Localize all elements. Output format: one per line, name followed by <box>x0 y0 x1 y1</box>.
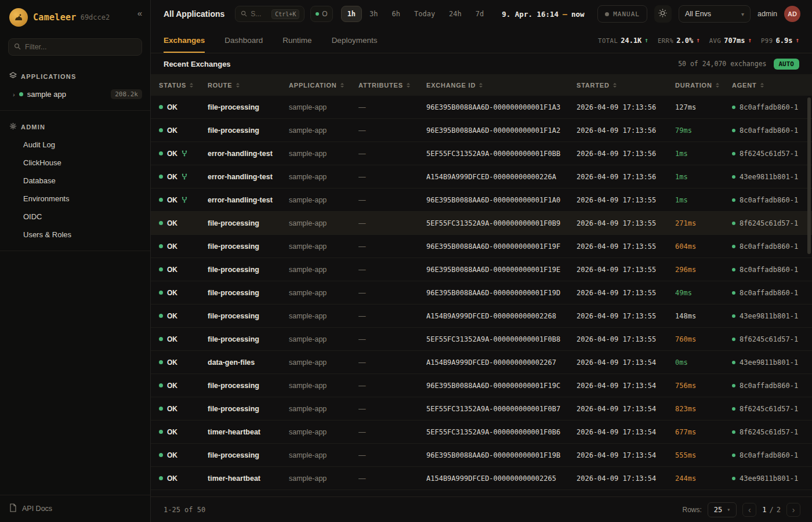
exchange-count-summary: 50 of 24,070 exchanges <box>678 60 766 68</box>
exchange-id-cell: 96E395B0088AA6D-000000000001F1A0 <box>426 196 577 204</box>
status-ok-dot-icon <box>159 430 163 434</box>
application-cell: sample-app <box>289 358 358 367</box>
tab-exchanges[interactable]: Exchanges <box>164 28 205 53</box>
status-ok-dot-icon <box>159 198 163 202</box>
duration-cell: 604ms <box>675 242 732 251</box>
status-ok-dot-icon <box>159 267 163 271</box>
rows-per-page-select[interactable]: 25 ▾ <box>708 502 737 517</box>
avatar[interactable]: AD <box>784 6 800 22</box>
online-indicator[interactable]: O <box>310 6 332 22</box>
total-pages: 2 <box>777 506 781 514</box>
scrollbar[interactable] <box>807 97 811 254</box>
started-cell: 2026-04-09 17:13:55 <box>577 289 675 297</box>
status-ok-dot-icon <box>159 476 163 480</box>
agent-dot-icon <box>732 175 735 179</box>
duration-cell: 49ms <box>675 289 732 297</box>
status-cell: OK <box>159 382 208 390</box>
attributes-cell: — <box>358 196 426 204</box>
time-separator: — <box>563 10 567 19</box>
sidebar-filter-input[interactable] <box>25 43 136 51</box>
trend-up-icon: ↑ <box>748 37 752 44</box>
time-range-1h[interactable]: 1h <box>341 6 362 22</box>
time-range-7d[interactable]: 7d <box>469 6 490 22</box>
sidebar-item-audit-log[interactable]: Audit Log <box>0 136 150 154</box>
time-range-3h[interactable]: 3h <box>363 6 384 22</box>
document-icon <box>9 503 17 514</box>
column-header-status[interactable]: STATUS <box>159 82 208 89</box>
started-cell: 2026-04-09 17:13:54 <box>577 382 675 390</box>
applications-icon <box>9 72 17 81</box>
tab-dashboard[interactable]: Dashboard <box>224 28 263 53</box>
table-row[interactable]: OKfile-processingsample-app—96E395B0088A… <box>151 258 812 281</box>
table-row[interactable]: OKfile-processingsample-app—A154B9A999DF… <box>151 304 812 328</box>
global-search-input[interactable] <box>251 10 268 18</box>
tab-runtime[interactable]: Runtime <box>282 28 311 53</box>
sidebar-item-users-roles[interactable]: Users & Roles <box>0 226 150 244</box>
api-docs-link[interactable]: API Docs <box>0 495 150 522</box>
status-ok-dot-icon <box>159 221 163 225</box>
column-header-application[interactable]: APPLICATION <box>289 82 358 89</box>
tab-deployments[interactable]: Deployments <box>332 28 378 53</box>
status-ok-dot-icon <box>159 151 163 155</box>
column-header-duration[interactable]: DURATION <box>675 82 732 89</box>
duration-cell: 555ms <box>675 451 732 459</box>
column-header-started[interactable]: STARTED <box>577 82 675 89</box>
fork-icon <box>182 197 187 203</box>
route-cell: file-processing <box>208 242 289 251</box>
attributes-cell: — <box>358 312 426 320</box>
table-row[interactable]: OKerror-handling-testsample-app—5EF55FC3… <box>151 142 812 165</box>
table-row[interactable]: OKfile-processingsample-app—96E395B0088A… <box>151 281 812 304</box>
env-select[interactable]: All Envs ▾ <box>679 5 751 23</box>
route-cell: file-processing <box>208 103 289 111</box>
prev-page-button[interactable]: ‹ <box>742 503 756 517</box>
time-range-today[interactable]: Today <box>408 6 441 22</box>
duration-cell: 677ms <box>675 428 732 436</box>
agent-dot-icon <box>732 198 735 202</box>
sidebar-item-oidc[interactable]: OIDC <box>0 208 150 226</box>
sidebar-item-sample-app[interactable]: › sample app 208.2k <box>0 85 150 103</box>
status-cell: OK <box>159 451 208 459</box>
table-row[interactable]: OKfile-processingsample-app—5EF55FC31352… <box>151 212 812 235</box>
column-header-attributes[interactable]: ATTRIBUTES <box>358 82 426 89</box>
status-ok-dot-icon <box>159 337 163 341</box>
column-header-agent[interactable]: AGENT <box>732 82 812 89</box>
application-cell: sample-app <box>289 173 358 181</box>
sidebar-item-clickhouse[interactable]: ClickHouse <box>0 154 150 172</box>
column-header-route[interactable]: ROUTE <box>208 82 289 89</box>
time-range-24h[interactable]: 24h <box>443 6 468 22</box>
tab-bar: ExchangesDashboardRuntimeDeployments TOT… <box>151 28 812 53</box>
table-row[interactable]: OKtimer-heartbeatsample-app—5EF55FC31352… <box>151 420 812 444</box>
brand-logo-icon <box>9 8 28 27</box>
sort-icon <box>236 83 240 88</box>
table-row[interactable]: OKfile-processingsample-app—96E395B0088A… <box>151 235 812 258</box>
attributes-cell: — <box>358 428 426 436</box>
search-icon <box>241 10 247 19</box>
theme-toggle-button[interactable] <box>654 5 672 23</box>
table-row[interactable]: OKfile-processingsample-app—96E395B0088A… <box>151 96 812 119</box>
table-row[interactable]: OKerror-handling-testsample-app—A154B9A9… <box>151 165 812 188</box>
attributes-cell: — <box>358 219 426 227</box>
sidebar-item-environments[interactable]: Environments <box>0 190 150 208</box>
table-row[interactable]: OKerror-handling-testsample-app—96E395B0… <box>151 188 812 212</box>
manual-refresh-button[interactable]: MANUAL <box>597 5 647 23</box>
table-row[interactable]: OKfile-processingsample-app—5EF55FC31352… <box>151 328 812 351</box>
next-page-button[interactable]: › <box>786 503 800 517</box>
time-range-6h[interactable]: 6h <box>386 6 407 22</box>
app-root: Cameleer 69dcce2 « APPLICATIONS › sample… <box>0 0 812 522</box>
auto-refresh-badge[interactable]: AUTO <box>774 59 800 70</box>
table-row[interactable]: OKtimer-heartbeatsample-app—A154B9A999DF… <box>151 467 812 490</box>
table-row[interactable]: OKfile-processingsample-app—5EF55FC31352… <box>151 397 812 420</box>
table-row[interactable]: OKdata-gen-filessample-app—A154B9A999DFC… <box>151 351 812 374</box>
column-header-exchange-id[interactable]: EXCHANGE ID <box>426 82 577 89</box>
agent-cell: 8c0affadb860-1 <box>732 196 812 204</box>
table-row[interactable]: OKfile-processingsample-app—96E395B0088A… <box>151 119 812 142</box>
sidebar-collapse-button[interactable]: « <box>137 8 142 18</box>
status-ok-dot-icon <box>159 244 163 248</box>
status-cell: OK <box>159 196 208 204</box>
duration-cell: 1ms <box>675 173 732 181</box>
time-display[interactable]: 9. Apr. 16:14 — now <box>502 10 584 19</box>
table-row[interactable]: OKfile-processingsample-app—96E395B0088A… <box>151 374 812 397</box>
sidebar-item-database[interactable]: Database <box>0 172 150 190</box>
table-row[interactable]: OKfile-processingsample-app—96E395B0088A… <box>151 444 812 467</box>
sidebar: Cameleer 69dcce2 « APPLICATIONS › sample… <box>0 0 151 522</box>
